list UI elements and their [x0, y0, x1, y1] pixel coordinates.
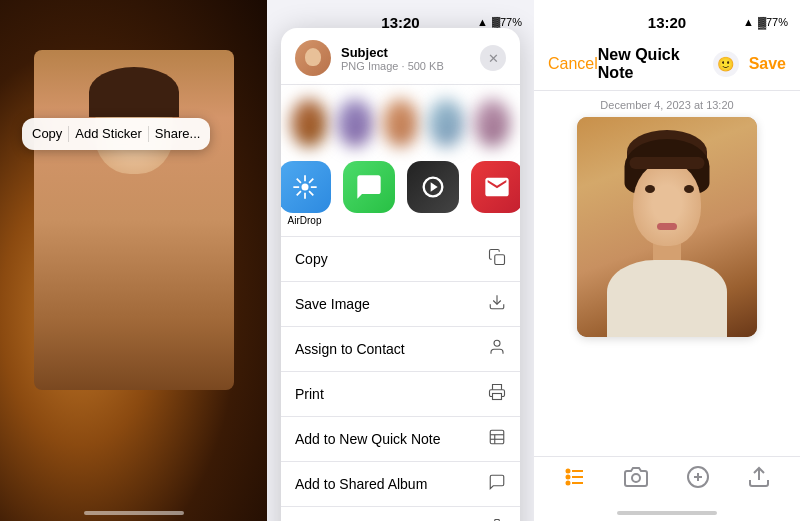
copy-popup-button[interactable]: Copy	[32, 126, 62, 142]
toolbar-add-button[interactable]	[686, 465, 710, 489]
quick-note-navbar: Cancel New Quick Note 🙂 Save	[534, 44, 800, 91]
shared-album-icon	[488, 473, 506, 495]
emoji-button[interactable]: 🙂	[713, 51, 739, 77]
menu-item-shared-album-label: Add to Shared Album	[295, 476, 427, 492]
panel-photo-viewer: Copy Add Sticker Share...	[0, 0, 267, 521]
contact-avatar-1[interactable]	[291, 99, 327, 147]
menu-item-shared-album[interactable]: Add to Shared Album	[281, 462, 520, 507]
note-date: December 4, 2023 at 13:20	[534, 91, 800, 117]
app3-item[interactable]	[407, 161, 459, 226]
sheet-close-button[interactable]: ✕	[480, 45, 506, 71]
portrait-face	[34, 50, 234, 390]
contact-avatar-3[interactable]	[383, 99, 419, 147]
battery-icon-3: ▓77%	[758, 16, 788, 28]
menu-item-copy[interactable]: Copy	[281, 237, 520, 282]
status-icons: ▲ ▓77%	[477, 16, 522, 28]
menu-item-copy-label: Copy	[295, 251, 328, 267]
airdrop-label: AirDrop	[288, 215, 322, 226]
sheet-header: Subject PNG Image · 500 KB ✕	[281, 28, 520, 85]
menu-item-save-image-label: Save Image	[295, 296, 370, 312]
page-title: New Quick Note	[598, 46, 713, 82]
apps-row: AirDrop	[281, 157, 520, 236]
popup-divider2	[148, 126, 149, 142]
app4-icon	[471, 161, 521, 213]
panel-quick-note: 13:20 ▲ ▓77% Cancel New Quick Note 🙂 Sav…	[534, 0, 800, 521]
save-image-icon	[488, 293, 506, 315]
contacts-row	[281, 85, 520, 157]
note-image	[577, 117, 757, 337]
svg-point-16	[566, 482, 569, 485]
svg-marker-2	[430, 182, 437, 191]
quick-note-icon	[488, 428, 506, 450]
status-bar-3: 13:20 ▲ ▓77%	[534, 0, 800, 44]
toolbar-camera-button[interactable]	[624, 465, 648, 489]
menu-item-add-quick-note-label: Add to New Quick Note	[295, 431, 441, 447]
menu-item-watch-face[interactable]: Create Watch Face	[281, 507, 520, 521]
svg-point-0	[301, 184, 308, 191]
contact-avatar-5[interactable]	[474, 99, 510, 147]
print-icon	[488, 383, 506, 405]
panel-share-sheet: 13:20 ▲ ▓77% Subject PNG Image · 500 KB …	[267, 0, 534, 521]
status-time-3: 13:20	[648, 14, 686, 31]
svg-point-20	[632, 474, 640, 482]
sheet-title-wrap: Subject PNG Image · 500 KB	[341, 45, 480, 72]
battery-icon: ▓77%	[492, 16, 522, 28]
svg-rect-7	[490, 430, 504, 444]
wifi-icon-3: ▲	[743, 16, 754, 28]
svg-point-15	[566, 476, 569, 479]
airdrop-app-item[interactable]: AirDrop	[281, 161, 331, 226]
menu-item-add-quick-note[interactable]: Add to New Quick Note	[281, 417, 520, 462]
menu-item-assign-contact[interactable]: Assign to Contact	[281, 327, 520, 372]
toolbar-list-button[interactable]	[563, 465, 587, 489]
menu-item-save-image[interactable]: Save Image	[281, 282, 520, 327]
quick-note-toolbar	[534, 456, 800, 497]
portrait-image	[34, 50, 234, 390]
status-icons-3: ▲ ▓77%	[743, 16, 788, 28]
svg-point-5	[494, 340, 500, 346]
contact-avatar-2[interactable]	[337, 99, 373, 147]
svg-point-14	[566, 470, 569, 473]
airdrop-icon	[281, 161, 331, 213]
menu-item-print-label: Print	[295, 386, 324, 402]
sheet-title: Subject	[341, 45, 480, 60]
contact-avatar-4[interactable]	[428, 99, 464, 147]
svg-rect-6	[493, 394, 502, 400]
menu-item-assign-contact-label: Assign to Contact	[295, 341, 405, 357]
home-indicator-3	[617, 511, 717, 515]
share-sheet-panel: Subject PNG Image · 500 KB ✕ AirDrop	[281, 28, 520, 521]
sheet-subtitle: PNG Image · 500 KB	[341, 60, 480, 72]
toolbar-share-button[interactable]	[747, 465, 771, 489]
note-portrait-image	[577, 117, 757, 337]
sheet-sender-avatar	[295, 40, 331, 76]
nav-right-icons: 🙂 Save	[713, 51, 786, 77]
menu-item-print[interactable]: Print	[281, 372, 520, 417]
cancel-button[interactable]: Cancel	[548, 55, 598, 73]
context-menu-popup: Copy Add Sticker Share...	[22, 118, 210, 150]
nav-title-wrap: New Quick Note	[598, 46, 713, 82]
app3-icon	[407, 161, 459, 213]
save-button[interactable]: Save	[749, 55, 786, 73]
wifi-icon: ▲	[477, 16, 488, 28]
note-image-container	[534, 117, 800, 337]
popup-divider	[68, 126, 69, 142]
app4-item[interactable]	[471, 161, 521, 226]
svg-rect-3	[495, 255, 505, 265]
assign-contact-icon	[488, 338, 506, 360]
add-sticker-popup-button[interactable]: Add Sticker	[75, 126, 141, 142]
home-indicator	[84, 511, 184, 515]
messages-app-item[interactable]	[343, 161, 395, 226]
share-popup-button[interactable]: Share...	[155, 126, 201, 142]
messages-icon	[343, 161, 395, 213]
copy-icon	[488, 248, 506, 270]
